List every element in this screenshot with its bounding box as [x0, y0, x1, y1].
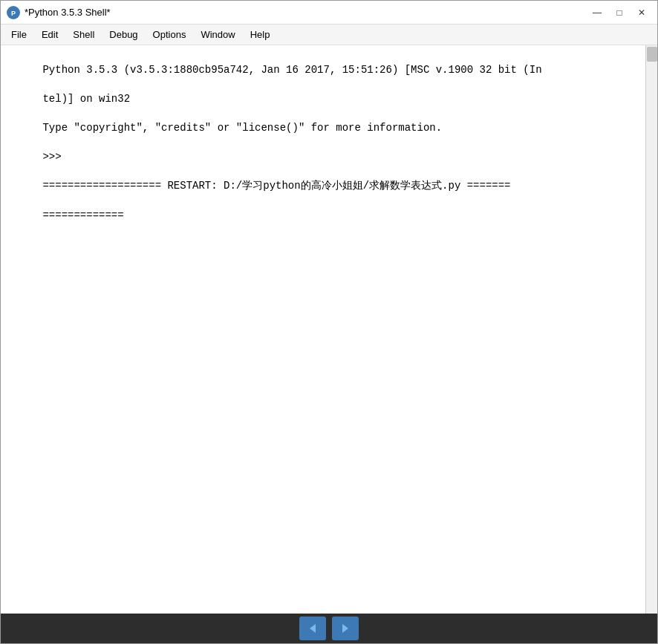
svg-text:P: P [11, 10, 16, 17]
svg-marker-2 [310, 624, 316, 633]
menu-window[interactable]: Window [193, 27, 242, 42]
output-line1: Python 3.5.3 (v3.5.3:1880cb95a742, Jan 1… [42, 64, 541, 76]
output-line2: tel)] on win32 [42, 93, 130, 105]
menu-file[interactable]: File [4, 27, 34, 42]
output-restart1: =================== RESTART: D:/学习python… [42, 180, 510, 192]
taskbar-btn-2[interactable] [332, 617, 359, 640]
menu-help[interactable]: Help [243, 27, 278, 42]
shell-content[interactable]: Python 3.5.3 (v3.5.3:1880cb95a742, Jan 1… [1, 45, 657, 625]
output-line3: Type "copyright", "credits" or "license(… [42, 122, 442, 134]
title-bar-left: P *Python 3.5.3 Shell* [7, 6, 111, 19]
window-controls: — □ ✕ [587, 5, 651, 20]
taskbar [1, 614, 657, 643]
shell-output: Python 3.5.3 (v3.5.3:1880cb95a742, Jan 1… [5, 48, 653, 238]
python-icon: P [7, 6, 20, 19]
title-bar: P *Python 3.5.3 Shell* — □ ✕ [1, 1, 657, 25]
window-title: *Python 3.5.3 Shell* [25, 7, 111, 18]
output-prompt: >>> [42, 151, 68, 163]
menu-options[interactable]: Options [146, 27, 194, 42]
svg-marker-3 [342, 624, 348, 633]
menu-shell[interactable]: Shell [65, 27, 102, 42]
menu-debug[interactable]: Debug [102, 27, 145, 42]
menu-edit[interactable]: Edit [34, 27, 65, 42]
close-button[interactable]: ✕ [632, 5, 651, 20]
taskbar-btn-1[interactable] [299, 617, 326, 640]
minimize-button[interactable]: — [587, 5, 607, 20]
scrollbar[interactable] [645, 45, 657, 625]
maximize-button[interactable]: □ [610, 5, 629, 20]
output-restart2: ============= [42, 209, 123, 221]
scrollbar-thumb[interactable] [647, 47, 657, 62]
python-shell-window: P *Python 3.5.3 Shell* — □ ✕ File Edit S… [0, 0, 658, 644]
menu-bar: File Edit Shell Debug Options Window Hel… [1, 25, 657, 45]
